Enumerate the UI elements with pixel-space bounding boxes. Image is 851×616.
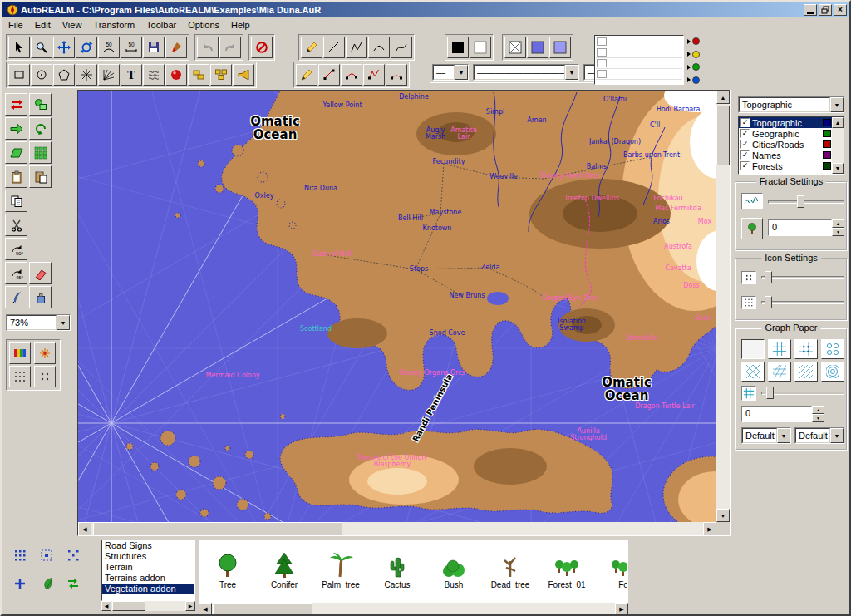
burst2-button[interactable]: [34, 342, 56, 364]
paste-button[interactable]: [29, 165, 52, 188]
chevron-down-icon[interactable]: ▼: [455, 65, 468, 80]
mline-button[interactable]: 50: [121, 37, 142, 58]
icon-size-slider[interactable]: [761, 269, 844, 284]
color-dot[interactable]: [692, 37, 700, 45]
color-list[interactable]: [594, 35, 684, 85]
overlay-combo[interactable]: Topographic ▼: [738, 96, 844, 113]
graph-default-combo-2[interactable]: Default ▼: [794, 427, 844, 444]
scroll-up-icon[interactable]: ▲: [832, 117, 844, 128]
symbol-item-tree[interactable]: Tree: [199, 542, 256, 602]
circle-button[interactable]: [31, 64, 52, 86]
color-cell[interactable]: [597, 59, 607, 67]
spin-down-icon[interactable]: ▼: [832, 228, 844, 236]
color-dot[interactable]: [692, 51, 700, 58]
rot45-button[interactable]: 45°: [5, 262, 27, 284]
line-button[interactable]: [323, 37, 345, 58]
layer-checkbox[interactable]: ✓: [740, 161, 750, 170]
bsq-button[interactable]: [36, 545, 57, 566]
swB-button[interactable]: [447, 37, 469, 58]
fractal-seed-spinner[interactable]: 0 ▲▼: [768, 219, 844, 236]
layer-row-names[interactable]: ✓Names: [739, 150, 844, 160]
symbol-item-fo[interactable]: Fo: [595, 542, 628, 602]
layer-row-cities-roads[interactable]: ✓Cities/Roads: [739, 139, 844, 150]
zoom-combo[interactable]: 73% ▼: [6, 314, 71, 331]
spin-up-icon[interactable]: ▲: [812, 406, 824, 414]
slider-thumb[interactable]: [797, 195, 804, 208]
chevron-down-icon[interactable]: ▼: [57, 315, 70, 330]
color-dot[interactable]: [692, 63, 700, 71]
menu-toolbar[interactable]: Toolbar: [140, 18, 182, 32]
layers-scrollbar[interactable]: ▲ ▼: [832, 117, 844, 174]
horizontal-scroll-thumb[interactable]: [213, 603, 312, 614]
map-canvas[interactable]: Omatic OceanOmatic OceanRandi PeninsulaD…: [78, 91, 716, 522]
category-terrain[interactable]: Terrain: [102, 562, 194, 573]
layers-listbox[interactable]: ✓Topographic✓Geographic✓Cities/Roads✓Nam…: [738, 116, 844, 175]
horizontal-scroll-thumb[interactable]: [93, 522, 342, 535]
pan-button[interactable]: [53, 37, 75, 58]
dots-button[interactable]: [34, 366, 56, 387]
ggrid-button[interactable]: [29, 141, 52, 164]
zoom-button[interactable]: [31, 37, 52, 58]
redarc-button[interactable]: [386, 64, 407, 86]
category-terrains-addon[interactable]: Terrains addon: [102, 573, 194, 584]
menu-edit[interactable]: Edit: [29, 18, 57, 32]
minimize-button[interactable]: [804, 4, 817, 16]
graph-pattern-pgdots-button[interactable]: [794, 339, 818, 359]
color-dot[interactable]: [692, 76, 700, 84]
canvas-horizontal-scrollbar[interactable]: ◀ ▶: [78, 522, 716, 535]
menu-help[interactable]: Help: [225, 18, 256, 32]
pencil-button[interactable]: [296, 64, 317, 86]
prohibit-button[interactable]: [251, 37, 273, 58]
scurve-button[interactable]: [391, 37, 412, 58]
save-button[interactable]: [143, 37, 165, 58]
copy-button[interactable]: [5, 190, 27, 212]
color-dot-row[interactable]: [687, 75, 700, 86]
close-button[interactable]: ×: [834, 4, 847, 16]
category-road-signs[interactable]: Road Signs: [102, 540, 194, 551]
grid-size-slider[interactable]: [761, 385, 844, 400]
layer-checkbox[interactable]: ✓: [740, 129, 750, 138]
tree-icon-button[interactable]: [741, 218, 763, 239]
slider-thumb[interactable]: [765, 271, 772, 283]
rect-button[interactable]: [8, 64, 30, 86]
category-structures[interactable]: Structures: [102, 551, 194, 562]
scroll-up-icon[interactable]: ▲: [716, 91, 730, 104]
color-cell[interactable]: [597, 48, 607, 57]
hatch-button[interactable]: [504, 37, 526, 58]
color-dot-row[interactable]: [687, 36, 700, 47]
fractal-roughness-slider[interactable]: [768, 194, 844, 209]
layer-checkbox[interactable]: ✓: [740, 140, 750, 149]
graph-pattern-pcirc-button[interactable]: [821, 339, 844, 359]
graph-pattern-pdiag-button[interactable]: [794, 362, 818, 382]
redcurve-button[interactable]: [341, 64, 362, 86]
symbol-item-palm_tree[interactable]: Palm_tree: [312, 542, 369, 602]
ink-button[interactable]: [29, 286, 52, 308]
blocks-button[interactable]: [188, 64, 209, 86]
menu-options[interactable]: Options: [182, 18, 225, 32]
symbol-item-dead_tree[interactable]: Dead_tree: [482, 542, 539, 602]
grad-button[interactable]: [9, 342, 31, 364]
menu-view[interactable]: View: [57, 18, 88, 32]
symbol-strip-scrollbar[interactable]: ◀ ▶: [199, 603, 628, 614]
restore-button[interactable]: [819, 4, 832, 16]
chevron-down-icon[interactable]: ▼: [777, 428, 790, 443]
symbol-item-cactus[interactable]: Cactus: [369, 542, 426, 602]
symbol-item-forest_01[interactable]: Forest_01: [539, 542, 595, 602]
vertical-scroll-thumb[interactable]: [716, 106, 730, 165]
curve-button[interactable]: [368, 37, 390, 58]
gskew-button[interactable]: [5, 141, 27, 164]
color-cell[interactable]: [597, 37, 607, 46]
graph-pattern-ptri-button[interactable]: [768, 362, 791, 382]
layer-checkbox[interactable]: ✓: [740, 150, 750, 160]
graph-default-combo-1[interactable]: Default ▼: [741, 427, 791, 444]
layer-checkbox[interactable]: ✓: [740, 118, 750, 127]
waves-button[interactable]: [143, 64, 165, 86]
undo-button[interactable]: [197, 37, 219, 58]
icon-density-slider[interactable]: [761, 294, 844, 309]
sphere-button[interactable]: [165, 64, 187, 86]
scroll-left-icon[interactable]: ◀: [101, 601, 111, 611]
scissors-button[interactable]: [5, 214, 27, 236]
pline-button[interactable]: [346, 37, 367, 58]
category-scrollbar[interactable]: ◀ ▶: [101, 601, 195, 611]
graph-pattern-pblank-button[interactable]: [741, 339, 765, 359]
